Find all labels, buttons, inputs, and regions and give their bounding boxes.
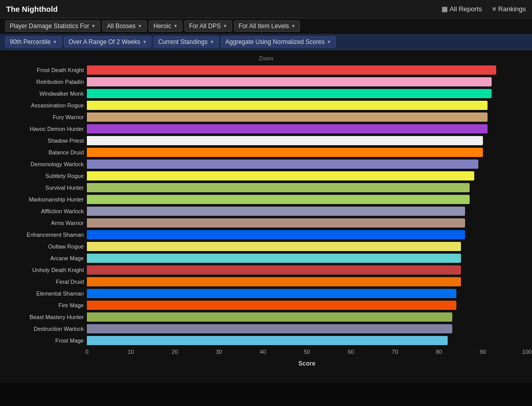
x-tick: 20 [172,349,178,355]
x-tick: 70 [392,349,398,355]
bar-fill [87,207,465,216]
bar-label: Fire Mage [5,302,87,308]
toolbar1-btn-all-bosses[interactable]: All Bosses▼ [102,20,147,32]
x-tick: 90 [480,349,486,355]
toolbar2-btn-aggregate[interactable]: Aggregate Using Normalized Scores▼ [221,36,336,48]
bar-row: Marksmanship Hunter [5,194,527,205]
bar-track[interactable] [87,124,527,133]
bar-label: Fury Warrior [5,114,87,120]
bar-track[interactable] [87,65,527,75]
toolbar2-label-standings: Current Standings [158,38,207,46]
x-axis-ticks: 0102030405060708090100 [87,349,527,359]
bar-track[interactable] [87,301,527,310]
chevron-down-icon: ▼ [173,24,178,29]
toolbar1-label-all-bosses: All Bosses [107,22,135,30]
bar-fill [87,312,452,322]
bar-fill [87,77,492,86]
bar-label: Assassination Rogue [5,102,87,108]
bar-track[interactable] [87,324,527,333]
bar-label: Frost Mage [5,337,87,344]
bar-fill [87,65,496,75]
rankings-link[interactable]: ≡ Rankings [492,5,526,13]
bar-track[interactable] [87,195,527,204]
bar-label: Beast Mastery Hunter [5,314,87,320]
x-tick: 30 [216,349,222,355]
toolbar1-btn-heroic[interactable]: Heroic▼ [149,20,182,32]
bar-track[interactable] [87,218,527,228]
bar-label: Demonology Warlock [5,161,87,167]
bar-fill [87,89,492,98]
x-tick: 0 [85,349,88,355]
bar-track[interactable] [87,207,527,216]
bar-track[interactable] [87,77,527,86]
toolbar1-label-for-all-dps: For All DPS [189,22,221,30]
bar-label: Havoc Demon Hunter [5,126,87,132]
bar-fill [87,324,452,333]
bar-track[interactable] [87,312,527,322]
bar-row: Subtlety Rogue [5,170,527,182]
bar-row: Arcane Mage [5,253,527,264]
bar-track[interactable] [87,89,527,98]
toolbar1-label-heroic: Heroic [153,22,171,30]
bar-track[interactable] [87,148,527,157]
toolbar2-btn-range[interactable]: Over A Range Of 2 Weeks▼ [64,36,151,48]
bar-track[interactable] [87,183,527,192]
bar-fill [87,242,461,251]
bar-fill [87,289,456,298]
bar-row: Demonology Warlock [5,159,527,170]
bar-row: Assassination Rogue [5,100,527,111]
chevron-down-icon: ▼ [223,24,227,29]
bar-row: Frost Mage [5,335,527,346]
bar-track[interactable] [87,171,527,181]
chevron-down-icon: ▼ [327,39,331,44]
chart-bars: Frost Death KnightRetribution PaladinWin… [5,64,527,347]
bar-label: Destruction Warlock [5,326,87,332]
x-tick: 50 [304,349,310,355]
bar-label: Feral Druid [5,279,87,285]
bar-track[interactable] [87,254,527,263]
bar-row: Beast Mastery Hunter [5,311,527,323]
bar-track[interactable] [87,136,527,145]
bar-track[interactable] [87,230,527,239]
bar-fill [87,183,470,192]
bar-row: Frost Death Knight [5,64,527,76]
bar-row: Arms Warrior [5,217,527,229]
header: The Nighthold ▦ All Reports ≡ Rankings [0,0,532,18]
bar-track[interactable] [87,289,527,298]
bar-track[interactable] [87,336,527,345]
bar-row: Elemental Shaman [5,288,527,299]
toolbar1-label-stats-for: Player Damage Statistics For [10,22,89,30]
bar-track[interactable] [87,277,527,286]
bar-row: Unholy Death Knight [5,264,527,276]
header-nav: ▦ All Reports ≡ Rankings [442,5,526,13]
toolbar2-btn-percentile[interactable]: 90th Percentile▼ [5,36,62,48]
bar-track[interactable] [87,160,527,169]
bar-track[interactable] [87,242,527,251]
bar-track[interactable] [87,265,527,275]
toolbar1-btn-item-levels[interactable]: For All Item Levels▼ [234,20,300,32]
toolbar2-btn-standings[interactable]: Current Standings▼ [153,36,219,48]
bar-fill [87,277,461,286]
bar-fill [87,148,483,157]
bar-track[interactable] [87,101,527,110]
bar-row: Destruction Warlock [5,323,527,334]
toolbar1-btn-for-all-dps[interactable]: For All DPS▼ [184,20,232,32]
x-tick: 10 [128,349,134,355]
bar-row: Fury Warrior [5,111,527,123]
app-title: The Nighthold [6,5,58,13]
all-reports-link[interactable]: ▦ All Reports [442,5,482,13]
toolbar1-btn-stats-for[interactable]: Player Damage Statistics For▼ [5,20,100,32]
x-tick: 60 [348,349,354,355]
bar-row: Retribution Paladin [5,76,527,87]
bar-label: Subtlety Rogue [5,173,87,179]
bar-fill [87,160,478,169]
chevron-down-icon: ▼ [137,24,142,29]
bar-track[interactable] [87,112,527,122]
bar-row: Shadow Priest [5,135,527,146]
all-reports-icon: ▦ [442,5,448,13]
bar-row: Outlaw Rogue [5,241,527,252]
bar-row: Survival Hunter [5,182,527,193]
bar-label: Windwalker Monk [5,91,87,97]
bar-fill [87,124,488,133]
bar-fill [87,265,461,275]
